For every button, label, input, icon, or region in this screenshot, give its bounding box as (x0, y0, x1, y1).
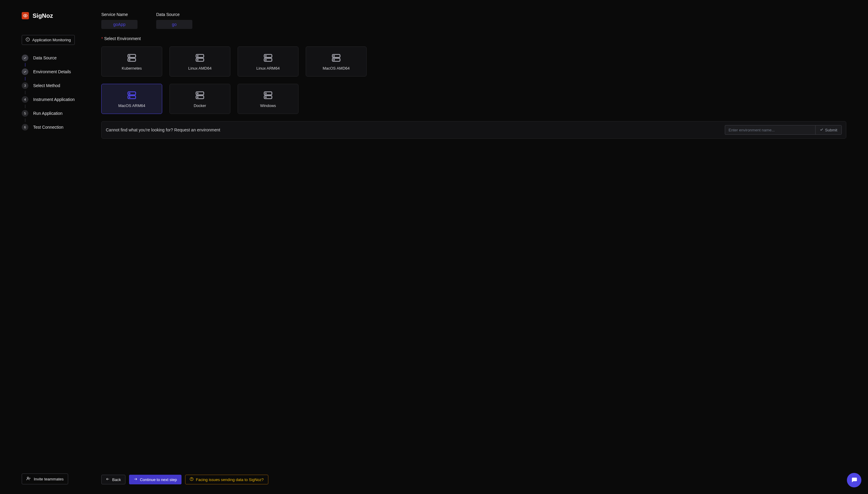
svg-point-0 (25, 15, 26, 16)
steps-list: Data Source Environment Details 3 Select… (22, 55, 97, 131)
server-icon (195, 53, 205, 63)
step-connector (22, 89, 29, 96)
step-connector (22, 117, 29, 124)
continue-button[interactable]: Continue to next step (129, 475, 182, 484)
svg-point-13 (197, 55, 198, 56)
env-card-macos-arm64[interactable]: MacOS ARM64 (101, 84, 162, 114)
section-title-text: Select Environment (104, 36, 140, 41)
step-run-application[interactable]: 5 Run Application (22, 110, 97, 117)
svg-point-29 (197, 93, 198, 93)
help-icon (190, 477, 193, 482)
svg-point-9 (129, 55, 130, 56)
summary-row: Service Name goApp Data Source go (101, 12, 846, 29)
chat-fab-button[interactable] (847, 473, 861, 487)
step-label: Data Source (33, 55, 57, 60)
env-card-label: Kubernetes (122, 66, 142, 71)
env-card-label: Docker (193, 103, 206, 108)
svg-point-3 (28, 39, 28, 39)
svg-point-34 (266, 97, 266, 97)
svg-point-21 (334, 55, 334, 56)
env-card-label: MacOS ARM64 (118, 103, 145, 108)
app-root: SigNoz Application Monitoring Data Sourc… (0, 0, 868, 494)
brand-logo-icon (22, 12, 29, 19)
service-name-chip: goApp (101, 20, 137, 29)
arrow-right-icon (134, 477, 137, 482)
request-row: Cannot find what you're looking for? Req… (101, 121, 846, 139)
svg-point-18 (266, 59, 266, 60)
step-instrument-application[interactable]: 4 Instrument Application (22, 96, 97, 103)
continue-label: Continue to next step (140, 477, 177, 482)
facing-issues-button[interactable]: Facing issues sending data to SigNoz? (185, 475, 268, 484)
invite-teammates-button[interactable]: Invite teammates (22, 474, 68, 484)
check-icon (22, 55, 29, 61)
step-number: 6 (22, 124, 29, 131)
env-card-docker[interactable]: Docker (169, 84, 230, 114)
server-icon (195, 90, 205, 100)
chat-icon (851, 476, 857, 484)
environment-grid: KubernetesLinux AMD64Linux ARM64MacOS AM… (101, 46, 846, 114)
check-icon (820, 128, 824, 132)
env-card-label: MacOS AMD64 (323, 66, 350, 71)
summary-label: Service Name (101, 12, 128, 17)
env-card-label: Windows (260, 103, 276, 108)
svg-point-30 (197, 97, 198, 97)
svg-point-38 (191, 480, 192, 480)
request-text: Cannot find what you're looking for? Req… (106, 128, 220, 132)
env-card-linux-arm64[interactable]: Linux ARM64 (238, 46, 299, 77)
svg-point-33 (266, 93, 266, 93)
step-select-method[interactable]: 3 Select Method (22, 82, 97, 89)
env-card-macos-amd64[interactable]: MacOS AMD64 (306, 46, 366, 77)
env-card-kubernetes[interactable]: Kubernetes (101, 46, 162, 77)
context-pill[interactable]: Application Monitoring (22, 35, 75, 45)
brand: SigNoz (22, 12, 97, 19)
svg-point-10 (129, 59, 130, 60)
summary-data-source: Data Source go (156, 12, 192, 29)
env-card-label: Linux ARM64 (256, 66, 280, 71)
env-card-linux-amd64[interactable]: Linux AMD64 (169, 46, 230, 77)
svg-point-17 (266, 55, 266, 56)
svg-point-22 (334, 59, 334, 60)
step-number: 5 (22, 110, 29, 117)
submit-label: Submit (825, 128, 837, 132)
step-connector (22, 103, 29, 110)
env-card-windows[interactable]: Windows (238, 84, 299, 114)
request-controls: Submit (725, 125, 842, 135)
step-connector (22, 61, 29, 69)
check-icon (22, 69, 29, 75)
step-test-connection[interactable]: 6 Test Connection (22, 124, 97, 131)
required-mark: * (101, 36, 103, 41)
step-number: 3 (22, 82, 29, 89)
info-icon (26, 37, 30, 42)
svg-point-25 (129, 93, 130, 93)
step-data-source[interactable]: Data Source (22, 55, 97, 61)
step-label: Environment Details (33, 69, 71, 74)
footer: Back Continue to next step Facing issues… (101, 475, 846, 484)
svg-point-14 (197, 59, 198, 60)
svg-point-4 (27, 477, 29, 479)
invite-teammates-label: Invite teammates (34, 477, 63, 481)
data-source-chip: go (156, 20, 192, 29)
facing-issues-label: Facing issues sending data to SigNoz? (196, 477, 264, 482)
step-label: Run Application (33, 111, 62, 116)
server-icon (263, 53, 273, 63)
step-number: 4 (22, 96, 29, 103)
user-plus-icon (26, 476, 31, 482)
step-label: Test Connection (33, 125, 63, 130)
summary-label: Data Source (156, 12, 180, 17)
step-environment-details[interactable]: Environment Details (22, 69, 97, 75)
arrow-left-icon (106, 477, 110, 482)
section-title: *Select Environment (101, 36, 846, 41)
back-label: Back (112, 477, 121, 482)
svg-point-26 (129, 97, 130, 97)
summary-service-name: Service Name goApp (101, 12, 137, 29)
step-label: Select Method (33, 83, 60, 88)
brand-name: SigNoz (33, 12, 53, 19)
main: Service Name goApp Data Source go *Selec… (97, 0, 868, 494)
submit-button[interactable]: Submit (815, 125, 842, 135)
environment-request-input[interactable] (725, 125, 815, 135)
step-connector (22, 75, 29, 82)
env-card-label: Linux AMD64 (188, 66, 211, 71)
server-icon (331, 53, 341, 63)
back-button[interactable]: Back (101, 475, 126, 484)
step-label: Instrument Application (33, 97, 75, 102)
